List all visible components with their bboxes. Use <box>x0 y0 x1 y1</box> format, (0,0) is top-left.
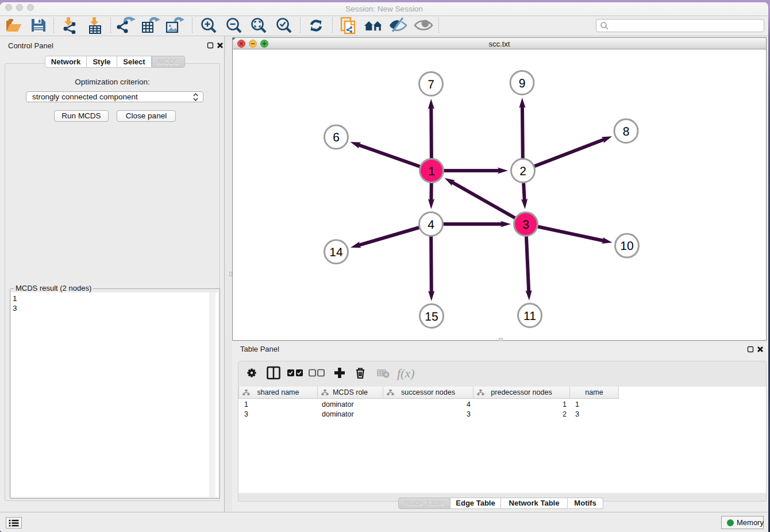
svg-text:7: 7 <box>428 78 434 91</box>
svg-text:3: 3 <box>522 218 529 232</box>
svg-text:14: 14 <box>329 246 343 259</box>
svg-text:8: 8 <box>623 125 630 138</box>
svg-text:6: 6 <box>333 131 340 144</box>
svg-text:1: 1 <box>428 165 435 178</box>
svg-text:2: 2 <box>519 165 526 178</box>
svg-text:10: 10 <box>620 240 633 253</box>
svg-text:15: 15 <box>425 310 438 323</box>
svg-text:4: 4 <box>428 218 434 232</box>
svg-text:9: 9 <box>519 77 526 90</box>
svg-text:11: 11 <box>523 310 536 323</box>
svg-text:f(x): f(x) <box>397 366 415 380</box>
